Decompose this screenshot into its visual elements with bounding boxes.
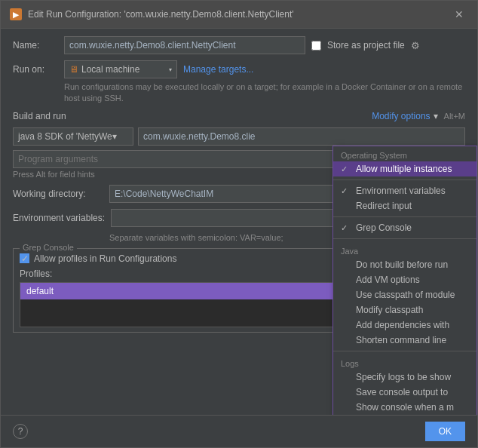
- java-section-header: Java: [333, 242, 476, 257]
- use-classpath-label: Use classpath of module: [356, 290, 455, 300]
- sdk-row: java 8 SDK of 'NettyWe▾: [13, 127, 465, 146]
- save-console-label: Save console output to: [356, 387, 448, 397]
- grep-console-label: Grep Console: [356, 222, 412, 233]
- env-vars-label: Environment variables:: [13, 213, 105, 223]
- modify-options-dropdown: Operating System ✓ Allow multiple instan…: [332, 146, 477, 415]
- working-dir-label: Working directory:: [13, 189, 103, 199]
- no-build-item[interactable]: Do not build before run: [333, 257, 476, 272]
- run-on-machine: Local machine: [81, 64, 139, 75]
- modify-classpath-item[interactable]: Modify classpath: [333, 302, 476, 318]
- specify-logs-label: Specify logs to be show: [356, 372, 451, 382]
- app-icon: ▶: [10, 8, 22, 20]
- modify-options-shortcut: Alt+M: [444, 112, 465, 121]
- name-row: Name: Store as project file ⚙: [13, 36, 465, 54]
- allow-profiles-label: Allow profiles in Run Configurations: [34, 253, 176, 264]
- separator-1: [333, 180, 476, 180]
- allow-profiles-checkbox[interactable]: ✓: [20, 253, 29, 263]
- build-run-header: Build and run Modify options ▾ Alt+M: [13, 111, 465, 121]
- modify-dropdown-icon: ▾: [434, 111, 438, 121]
- redirect-input-item[interactable]: Redirect input: [333, 198, 476, 213]
- info-text: Run configurations may be executed local…: [64, 81, 465, 105]
- show-console-label: Show console when a m: [356, 402, 454, 413]
- add-deps-item[interactable]: Add dependencies with: [333, 318, 476, 333]
- close-button[interactable]: ✕: [450, 7, 468, 22]
- run-on-select[interactable]: 🖥 Local machine ▾: [64, 60, 177, 78]
- env-variables-item[interactable]: ✓ Environment variables: [333, 183, 476, 198]
- main-class-input[interactable]: [138, 127, 465, 146]
- run-on-label: Run on:: [13, 64, 58, 75]
- build-run-label: Build and run: [13, 111, 66, 121]
- gear-icon[interactable]: ⚙: [411, 40, 420, 51]
- sdk-label: java 8 SDK of 'NettyWe▾: [18, 131, 117, 142]
- help-button[interactable]: ?: [13, 424, 28, 439]
- modify-classpath-label: Modify classpath: [356, 305, 423, 315]
- check-icon-env: ✓: [341, 186, 351, 196]
- run-on-row: Run on: 🖥 Local machine ▾ Manage targets…: [13, 60, 465, 78]
- grep-console-item[interactable]: ✓ Grep Console: [333, 220, 476, 235]
- redirect-input-label: Redirect input: [356, 201, 412, 211]
- add-vm-item[interactable]: Add VM options: [333, 272, 476, 287]
- machine-icon: 🖥: [69, 64, 78, 75]
- no-build-label: Do not build before run: [356, 259, 448, 270]
- separator-3: [333, 238, 476, 239]
- manage-targets-link[interactable]: Manage targets...: [183, 64, 253, 75]
- use-classpath-item[interactable]: Use classpath of module: [333, 287, 476, 302]
- title-bar: ▶ Edit Run Configuration: 'com.wuxie.net…: [1, 1, 477, 29]
- dialog-title: Edit Run Configuration: 'com.wuxie.netty…: [28, 9, 294, 20]
- grep-console-legend: Grep Console: [20, 243, 77, 252]
- add-vm-label: Add VM options: [356, 275, 420, 285]
- main-content: Name: Store as project file ⚙ Run on: 🖥 …: [1, 29, 477, 415]
- store-project-label: Store as project file: [327, 40, 405, 51]
- shorten-cmdline-item[interactable]: Shorten command line: [333, 333, 476, 348]
- save-console-item[interactable]: Save console output to: [333, 385, 476, 400]
- separator-2: [333, 216, 476, 217]
- bottom-bar: ? OK: [1, 415, 477, 447]
- sdk-select[interactable]: java 8 SDK of 'NettyWe▾: [13, 127, 133, 146]
- specify-logs-item[interactable]: Specify logs to be show: [333, 370, 476, 385]
- dialog-window: ▶ Edit Run Configuration: 'com.wuxie.net…: [0, 0, 478, 448]
- show-console-item[interactable]: Show console when a m: [333, 400, 476, 415]
- os-section-header: Operating System: [333, 146, 476, 161]
- store-project-area: Store as project file ⚙: [311, 40, 420, 51]
- check-icon-grep: ✓: [341, 223, 351, 233]
- allow-multiple-instances-item[interactable]: ✓ Allow multiple instances: [333, 161, 476, 176]
- separator-4: [333, 351, 476, 351]
- check-icon: ✓: [341, 164, 351, 174]
- ok-button[interactable]: OK: [425, 422, 465, 441]
- name-label: Name:: [13, 40, 58, 51]
- allow-multiple-label: Allow multiple instances: [356, 164, 452, 174]
- chevron-down-icon: ▾: [169, 66, 172, 73]
- add-deps-label: Add dependencies with: [356, 320, 449, 330]
- env-variables-label: Environment variables: [356, 186, 446, 196]
- logs-section-header: Logs: [333, 354, 476, 370]
- shorten-cmdline-label: Shorten command line: [356, 335, 446, 345]
- modify-options-button[interactable]: Modify options: [372, 111, 430, 121]
- name-input[interactable]: [64, 36, 305, 54]
- store-project-checkbox[interactable]: [311, 41, 321, 51]
